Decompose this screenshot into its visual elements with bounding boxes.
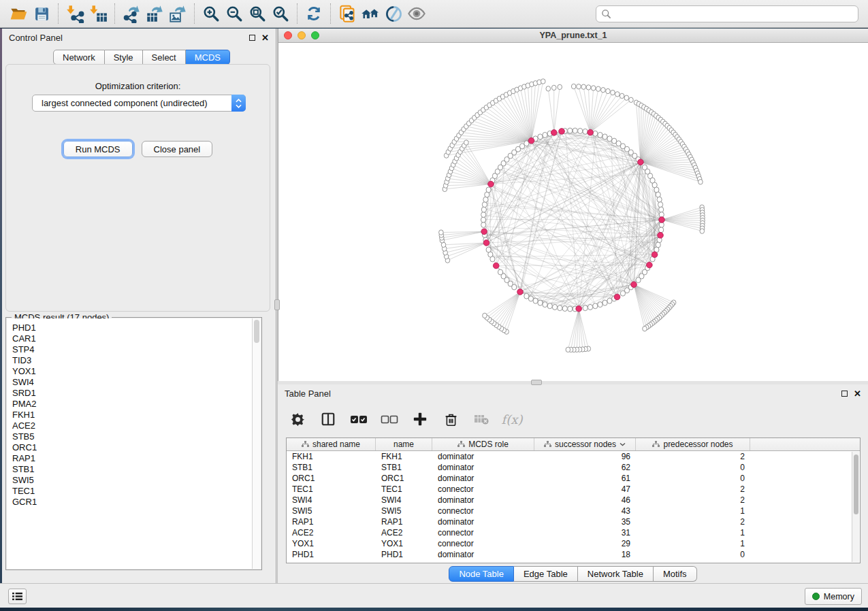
- network-node[interactable]: [659, 227, 664, 233]
- mcds-result-scrollbar[interactable]: [252, 318, 261, 569]
- table-cell[interactable]: 29: [534, 538, 636, 549]
- tab-network-table[interactable]: Network Table: [578, 566, 654, 582]
- close-panel-button[interactable]: Close panel: [142, 141, 213, 157]
- network-node[interactable]: [583, 306, 588, 311]
- copy-network-icon[interactable]: [336, 2, 359, 25]
- table-cell[interactable]: 1: [636, 527, 750, 538]
- export-image-icon[interactable]: [166, 2, 189, 25]
- network-satellite-node[interactable]: [700, 229, 705, 233]
- table-cell[interactable]: YOX1: [287, 538, 376, 549]
- network-satellite-node[interactable]: [643, 326, 647, 331]
- tab-select[interactable]: Select: [143, 50, 186, 65]
- table-cell[interactable]: STB1: [287, 462, 376, 473]
- network-satellite-node[interactable]: [577, 84, 581, 89]
- network-satellite-node[interactable]: [558, 84, 562, 89]
- network-node[interactable]: [588, 304, 592, 310]
- mcds-result-item[interactable]: PHD1: [12, 323, 261, 333]
- tab-node-table[interactable]: Node Table: [449, 566, 514, 582]
- network-node[interactable]: [593, 131, 598, 136]
- network-hub-node[interactable]: [493, 263, 499, 269]
- network-node[interactable]: [552, 304, 557, 310]
- table-cell[interactable]: TEC1: [376, 484, 432, 495]
- table-row[interactable]: RAP1RAP1dominator352: [287, 516, 860, 527]
- table-cell[interactable]: 2: [636, 451, 750, 462]
- horizontal-splitter[interactable]: [278, 381, 868, 384]
- network-node[interactable]: [543, 132, 547, 137]
- network-node[interactable]: [598, 302, 602, 308]
- network-node[interactable]: [573, 128, 577, 133]
- network-node[interactable]: [602, 300, 607, 306]
- table-cell[interactable]: 61: [534, 473, 636, 484]
- splitter-grip[interactable]: [531, 380, 542, 385]
- column-header-shared-name[interactable]: shared name: [287, 438, 376, 450]
- scrollbar-thumb[interactable]: [254, 320, 259, 343]
- deselect-all-columns-icon[interactable]: [379, 409, 400, 429]
- table-cell[interactable]: FKH1: [287, 451, 376, 462]
- mcds-result-item[interactable]: SWI4: [12, 377, 261, 388]
- network-node[interactable]: [568, 128, 573, 133]
- memory-button[interactable]: Memory: [805, 588, 862, 605]
- network-window-titlebar[interactable]: YPA_prune.txt_1: [278, 29, 868, 43]
- import-network-icon[interactable]: [63, 2, 86, 25]
- network-node[interactable]: [607, 298, 612, 303]
- mcds-result-item[interactable]: RAP1: [12, 453, 261, 464]
- table-scrollbar[interactable]: [852, 452, 859, 562]
- table-cell[interactable]: connector: [432, 527, 534, 538]
- network-satellite-node[interactable]: [551, 85, 556, 90]
- network-node[interactable]: [482, 202, 487, 208]
- table-settings-gear-icon[interactable]: [287, 409, 308, 429]
- mcds-result-item[interactable]: CAR1: [12, 333, 261, 344]
- mcds-result-item[interactable]: TID3: [12, 355, 261, 366]
- table-cell[interactable]: 18: [534, 549, 636, 560]
- scrollbar-thumb[interactable]: [854, 455, 858, 514]
- mcds-result-item[interactable]: SWI5: [12, 475, 261, 486]
- network-node[interactable]: [538, 134, 543, 139]
- close-panel-icon[interactable]: ✕: [854, 391, 861, 397]
- table-row[interactable]: TEC1TEC1connector472: [287, 484, 860, 495]
- network-hub-node[interactable]: [488, 181, 494, 187]
- network-node[interactable]: [481, 207, 486, 212]
- table-cell[interactable]: 0: [636, 462, 750, 473]
- table-cell[interactable]: 2: [636, 495, 750, 506]
- network-hub-node[interactable]: [576, 306, 582, 312]
- zoom-in-icon[interactable]: [199, 2, 223, 25]
- table-cell[interactable]: SWI5: [376, 506, 432, 516]
- network-hub-node[interactable]: [638, 159, 644, 165]
- zoom-fit-icon[interactable]: [246, 2, 269, 25]
- network-node[interactable]: [568, 306, 573, 312]
- table-cell[interactable]: RAP1: [376, 516, 432, 527]
- table-cell[interactable]: 31: [534, 527, 636, 538]
- open-session-icon[interactable]: [7, 2, 30, 25]
- network-node[interactable]: [607, 136, 612, 142]
- column-header-MCDS-role[interactable]: MCDS role: [432, 438, 534, 450]
- network-hub-node[interactable]: [481, 229, 487, 235]
- network-node[interactable]: [547, 303, 552, 309]
- tab-edge-table[interactable]: Edge Table: [514, 566, 578, 582]
- network-node[interactable]: [533, 298, 538, 303]
- table-cell[interactable]: ACE2: [376, 527, 432, 538]
- table-cell[interactable]: 1: [636, 506, 750, 516]
- export-network-icon[interactable]: [120, 2, 143, 25]
- table-row[interactable]: STB1STB1dominator620: [287, 462, 860, 473]
- network-graph[interactable]: [278, 43, 868, 381]
- mcds-result-item[interactable]: PMA2: [12, 399, 261, 410]
- network-satellite-node[interactable]: [615, 92, 620, 97]
- network-node[interactable]: [598, 132, 602, 137]
- network-node[interactable]: [528, 296, 533, 301]
- network-node[interactable]: [481, 217, 485, 222]
- network-node[interactable]: [498, 269, 502, 275]
- network-node[interactable]: [659, 207, 664, 212]
- network-node[interactable]: [483, 197, 488, 202]
- network-hub-node[interactable]: [659, 217, 665, 223]
- mcds-result-item[interactable]: GCR1: [12, 497, 261, 508]
- table-cell[interactable]: TEC1: [287, 484, 376, 495]
- network-satellite-node[interactable]: [624, 95, 629, 100]
- network-node[interactable]: [562, 306, 567, 312]
- table-cell[interactable]: dominator: [432, 451, 534, 462]
- table-row[interactable]: SWI5SWI5connector431: [287, 506, 860, 516]
- table-cell[interactable]: FKH1: [376, 451, 432, 462]
- tab-motifs[interactable]: Motifs: [654, 566, 697, 582]
- network-node[interactable]: [524, 293, 529, 299]
- network-node[interactable]: [636, 278, 641, 283]
- search-input[interactable]: [615, 9, 853, 19]
